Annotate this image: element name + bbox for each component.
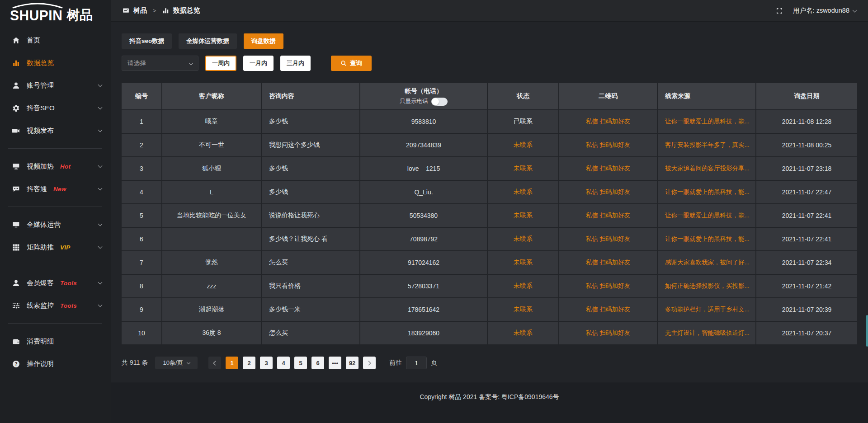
qrcode-link[interactable]: 私信 扫码加好友 (586, 235, 630, 243)
qrcode-link[interactable]: 私信 扫码加好友 (586, 258, 630, 267)
chevron-down-icon (98, 280, 103, 285)
page-button-2[interactable]: 2 (243, 357, 255, 369)
table-row: 6 多少钱？让我死心 看 70898792 未联系 私信 扫码加好友 让你一眼就… (122, 228, 857, 250)
hot-badge: Hot (60, 163, 71, 170)
range-quarter-button[interactable]: 三月内 (280, 56, 311, 71)
chat-icon (12, 185, 20, 193)
source-link[interactable]: 让你一眼就爱上的黑科技，能... (665, 118, 750, 126)
qrcode-link[interactable]: 私信 扫码加好友 (586, 306, 630, 314)
chevron-down-icon (98, 303, 103, 307)
pagination: 共 911 条 10条/页 1 2 3 4 5 6 ••• 92 前往 页 (122, 357, 857, 369)
qrcode-link[interactable]: 私信 扫码加好友 (586, 164, 630, 173)
tab-douyin-seo-data[interactable]: 抖音seo数据 (122, 33, 172, 49)
table-row: 4 L 多少钱 Q_Liu. 未联系 私信 扫码加好友 让你一眼就爱上的黑科技，… (122, 181, 857, 203)
source-link[interactable]: 被大家追着问的客厅投影分享... (665, 164, 750, 173)
monitor-icon (12, 163, 20, 170)
user-menu[interactable]: 用户名: zswodun88 (793, 6, 856, 15)
page-size-select[interactable]: 10条/页 (155, 357, 198, 369)
next-page-button[interactable] (363, 357, 376, 369)
qrcode-link[interactable]: 私信 扫码加好友 (586, 329, 630, 337)
sidebar-item-home[interactable]: 首页 (0, 29, 111, 52)
page-button-6[interactable]: 6 (311, 357, 324, 369)
source-link[interactable]: 让你一眼就爱上的黑科技，能... (665, 188, 750, 196)
sidebar-menu: 首页 数据总览 账号管理 抖音SEO 视频发布 视频加热 Hot (0, 26, 111, 375)
sidebar-divider (8, 323, 102, 324)
chevron-down-icon (98, 83, 103, 87)
page-button-4[interactable]: 4 (277, 357, 290, 369)
page-button-92[interactable]: 92 (346, 357, 359, 369)
sidebar-item-matrix-boost[interactable]: 矩阵助推 VIP (0, 236, 111, 258)
sidebar: SHUPIN 树品 首页 数据总览 账号管理 抖音SEO 视频发布 (0, 0, 111, 423)
source-link[interactable]: 多功能护栏灯，适用于乡村文... (665, 306, 750, 314)
prev-page-button[interactable] (208, 357, 221, 369)
chevron-left-icon (213, 361, 218, 365)
scrollbar-thumb[interactable] (866, 315, 868, 347)
sidebar-item-instructions[interactable]: ? 操作说明 (0, 352, 111, 375)
chevron-down-icon (186, 361, 190, 364)
source-link[interactable]: 感谢大家喜欢我家，被问了好... (665, 258, 750, 267)
phone-only-toggle[interactable] (431, 98, 448, 106)
goto-prefix-label: 前往 (389, 359, 402, 367)
sidebar-item-video-publish[interactable]: 视频发布 (0, 119, 111, 142)
source-link[interactable]: 让你一眼就爱上的黑科技，能... (665, 235, 750, 243)
source-link[interactable]: 无主灯设计，智能磁吸轨道灯... (665, 329, 750, 337)
page-button-1[interactable]: 1 (226, 357, 238, 369)
qrcode-link[interactable]: 私信 扫码加好友 (586, 141, 630, 149)
range-week-button[interactable]: 一周内 (205, 56, 236, 71)
chevron-down-icon (98, 222, 103, 226)
sidebar-item-data-overview[interactable]: 数据总览 (0, 52, 111, 74)
logo-text-cn: 树品 (66, 5, 93, 22)
wallet-icon (12, 338, 20, 345)
logo-arc-icon (11, 3, 64, 9)
status-badge: 未联系 (488, 204, 558, 227)
status-badge: 未联系 (488, 134, 558, 156)
chevron-right-icon (367, 361, 371, 365)
status-badge: 未联系 (488, 157, 558, 180)
search-icon (340, 60, 347, 66)
search-button[interactable]: 查询 (331, 56, 372, 71)
qrcode-link[interactable]: 私信 扫码加好友 (586, 212, 630, 220)
gear-icon (12, 104, 20, 112)
data-tabs: 抖音seo数据 全媒体运营数据 询盘数据 (122, 33, 857, 49)
tab-inquiry-data[interactable]: 询盘数据 (244, 33, 283, 49)
new-badge: New (53, 186, 66, 193)
sidebar-item-member-customers[interactable]: 会员爆客 Tools (0, 272, 111, 294)
question-icon: ? (12, 360, 20, 368)
page-button-5[interactable]: 5 (294, 357, 307, 369)
content: 抖音seo数据 全媒体运营数据 询盘数据 请选择 一周内 一月内 三月内 查询 … (111, 22, 868, 369)
goto-page-input[interactable] (406, 357, 427, 369)
range-month-button[interactable]: 一月内 (243, 56, 274, 71)
sidebar-item-account-management[interactable]: 账号管理 (0, 74, 111, 97)
qrcode-link[interactable]: 私信 扫码加好友 (586, 118, 630, 126)
sidebar-item-video-heating[interactable]: 视频加热 Hot (0, 155, 111, 178)
grid-icon (12, 244, 20, 251)
source-link[interactable]: 客厅安装投影半年多了，真实... (665, 141, 750, 149)
tab-omnimedia-data[interactable]: 全媒体运营数据 (179, 33, 237, 49)
breadcrumb-root[interactable]: 树品 (133, 6, 147, 15)
sidebar-item-omnimedia-ops[interactable]: 全媒体运营 (0, 213, 111, 236)
qrcode-link[interactable]: 私信 扫码加好友 (586, 188, 630, 196)
sidebar-item-lead-monitoring[interactable]: 线索监控 Tools (0, 294, 111, 317)
sidebar-item-spending-details[interactable]: 消费明细 (0, 330, 111, 352)
source-link[interactable]: 如何正确选择投影仪，买投影... (665, 282, 750, 290)
col-id: 编号 (122, 83, 161, 109)
breadcrumb-current[interactable]: 数据总览 (173, 6, 200, 15)
total-count: 共 911 条 (122, 359, 148, 367)
fullscreen-icon[interactable] (776, 7, 783, 14)
qrcode-link[interactable]: 私信 扫码加好友 (586, 282, 630, 290)
sliders-icon (12, 302, 20, 310)
display-icon (12, 221, 20, 229)
page-ellipsis-button[interactable]: ••• (329, 357, 341, 369)
chevron-down-icon (853, 8, 857, 12)
table-row: 2 不可一世 我想问这个多少钱 2097344839 未联系 私信 扫码加好友 … (122, 134, 857, 156)
status-badge: 未联系 (488, 322, 558, 344)
chevron-down-icon (98, 186, 103, 191)
logo-text-en: SHUPIN (10, 4, 62, 23)
sidebar-item-doukehtong[interactable]: 抖客通 New (0, 178, 111, 200)
sidebar-item-douyin-seo[interactable]: 抖音SEO (0, 97, 111, 119)
table-header-row: 编号 客户昵称 咨询内容 帐号（电话） 只显示电话 状态 二维码 线索来源 询盘… (122, 83, 857, 109)
bar-chart-icon (12, 59, 20, 67)
source-link[interactable]: 让你一眼就爱上的黑科技，能... (665, 212, 750, 220)
account-select[interactable]: 请选择 (122, 56, 198, 71)
page-button-3[interactable]: 3 (260, 357, 273, 369)
